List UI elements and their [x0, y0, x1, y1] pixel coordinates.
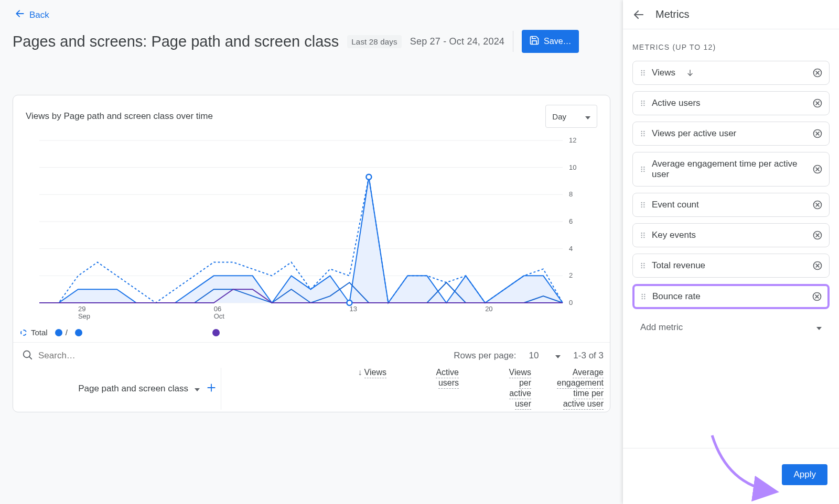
metric-row[interactable]: Total revenue	[632, 254, 830, 278]
grip-icon[interactable]	[639, 100, 647, 107]
remove-metric-button[interactable]	[812, 291, 822, 302]
add-metric-button[interactable]: Add metric	[632, 314, 830, 341]
svg-point-59	[643, 169, 644, 170]
svg-point-58	[641, 169, 642, 170]
page-header: Pages and screens: Page path and screen …	[13, 30, 610, 53]
save-label: Save…	[544, 37, 571, 46]
rows-per-page-label: Rows per page:	[454, 350, 516, 361]
metric-label: Event count	[652, 200, 699, 210]
svg-point-87	[641, 267, 642, 268]
grip-icon[interactable]	[639, 262, 647, 269]
svg-point-78	[641, 237, 642, 238]
metric-label: Total revenue	[652, 260, 705, 271]
svg-text:12: 12	[569, 136, 576, 144]
add-metric-label: Add metric	[640, 322, 683, 333]
metric-label: Active users	[652, 98, 701, 108]
grip-icon[interactable]	[639, 166, 647, 173]
remove-metric-button[interactable]	[812, 128, 823, 139]
metric-row[interactable]: Event count	[632, 193, 830, 217]
metric-label: Key events	[652, 230, 696, 240]
date-range[interactable]: Sep 27 - Oct 24, 2024	[410, 36, 504, 47]
date-chip: Last 28 days	[347, 35, 401, 48]
panel-footer: Apply	[623, 448, 839, 504]
row-range: 1-3 of 3	[573, 350, 604, 361]
col-active-users[interactable]: Active users	[391, 368, 459, 410]
col-views-per-active-user[interactable]: Views per active user	[463, 368, 531, 410]
save-button[interactable]: Save…	[522, 30, 578, 53]
svg-point-65	[641, 202, 642, 203]
grip-icon[interactable]	[639, 69, 647, 76]
svg-point-92	[642, 294, 643, 295]
svg-point-85	[641, 265, 642, 266]
svg-text:10: 10	[569, 163, 576, 171]
svg-point-68	[643, 204, 644, 205]
chart-legend: Total /	[13, 326, 610, 342]
col-avg-engagement[interactable]: Average engagement time per active user	[535, 368, 604, 410]
remove-metric-button[interactable]	[812, 260, 823, 271]
metric-label: Views	[652, 68, 675, 78]
grip-icon[interactable]	[639, 130, 647, 137]
svg-point-29	[643, 70, 644, 71]
svg-point-38	[641, 101, 642, 102]
svg-point-69	[641, 206, 642, 207]
remove-metric-button[interactable]	[812, 164, 823, 174]
remove-metric-button[interactable]	[812, 98, 823, 108]
metric-row[interactable]: Active users	[632, 91, 830, 115]
metric-label: Views per active user	[652, 128, 736, 139]
svg-point-83	[641, 263, 642, 264]
metric-row[interactable]: Bounce rate	[632, 284, 830, 309]
svg-point-95	[644, 296, 645, 297]
svg-point-32	[641, 74, 642, 75]
col-views[interactable]: ↓Views	[318, 368, 386, 410]
caret-down-icon	[585, 112, 590, 121]
svg-point-33	[643, 74, 644, 75]
svg-line-24	[29, 357, 31, 359]
legend-marker-total-icon	[20, 330, 27, 336]
rows-per-page-select[interactable]: 10	[526, 350, 563, 361]
svg-point-88	[643, 267, 644, 268]
add-dimension-button[interactable]	[206, 382, 217, 396]
grip-icon[interactable]	[639, 201, 647, 209]
table-header: Page path and screen class ↓Views Active…	[13, 363, 610, 412]
remove-metric-button[interactable]	[812, 200, 823, 210]
svg-text:8: 8	[569, 190, 573, 198]
svg-point-76	[641, 235, 642, 236]
svg-point-86	[643, 265, 644, 266]
apply-label: Apply	[793, 469, 816, 479]
svg-point-96	[642, 298, 643, 299]
svg-point-50	[643, 133, 644, 134]
legend-marker-purple-icon	[212, 329, 220, 336]
grip-icon[interactable]	[640, 293, 647, 300]
caret-down-icon	[816, 322, 822, 333]
svg-point-75	[643, 233, 644, 234]
remove-metric-button[interactable]	[812, 68, 823, 78]
svg-point-28	[641, 70, 642, 71]
svg-point-40	[641, 103, 642, 104]
svg-point-41	[643, 103, 644, 104]
metric-row[interactable]: Views per active user	[632, 122, 830, 146]
svg-text:06: 06	[214, 305, 221, 313]
apply-button[interactable]: Apply	[782, 464, 827, 485]
legend-marker-blue2-icon	[75, 329, 82, 336]
back-link[interactable]: Back	[13, 5, 51, 25]
metric-row[interactable]: Average engagement time per active user	[632, 152, 830, 187]
granularity-select[interactable]: Day	[545, 105, 597, 128]
grip-icon[interactable]	[639, 232, 647, 239]
svg-point-39	[643, 101, 644, 102]
search-input[interactable]	[38, 350, 454, 361]
caret-down-icon[interactable]	[195, 384, 200, 394]
legend-total-label: Total	[31, 328, 48, 337]
svg-point-94	[642, 296, 643, 297]
metric-row[interactable]: Views	[632, 61, 830, 85]
panel-back-button[interactable]	[632, 8, 645, 21]
svg-point-52	[643, 135, 644, 136]
legend-slash: /	[66, 328, 68, 337]
metric-row[interactable]: Key events	[632, 223, 830, 247]
back-text: Back	[29, 10, 49, 20]
svg-point-67	[641, 204, 642, 205]
remove-metric-button[interactable]	[812, 230, 823, 240]
search-icon	[21, 349, 33, 363]
svg-text:0: 0	[569, 299, 573, 306]
svg-point-57	[643, 167, 644, 168]
separator	[513, 31, 513, 52]
